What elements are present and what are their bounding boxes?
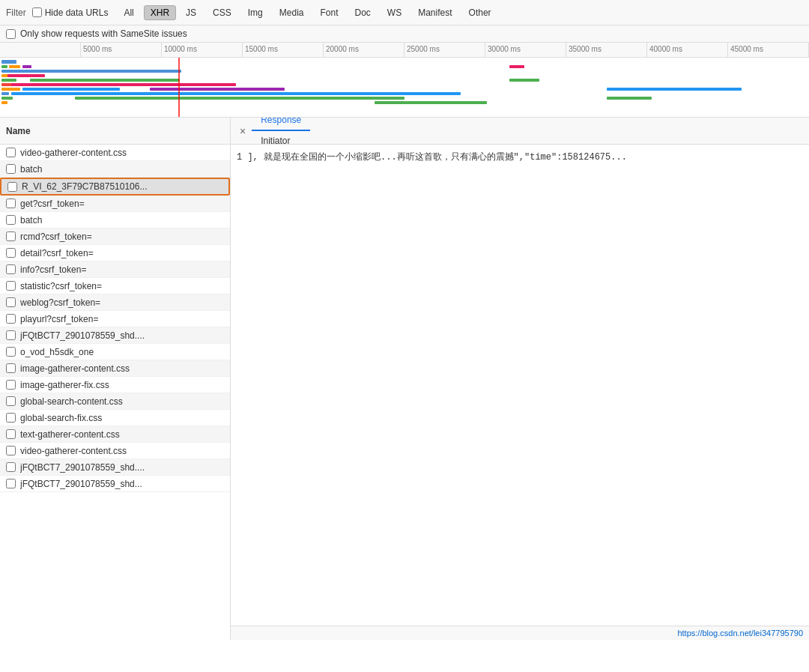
list-item[interactable]: statistic?csrf_token= — [0, 278, 230, 294]
request-name-label: global-search-content.css — [20, 396, 224, 407]
response-content: 1 ], 就是现在全国的一个小缩影吧...再听这首歌，只有满心的震撼","tim… — [231, 145, 809, 626]
request-name-label: jFQtBCT7_2901078559_shd... — [20, 479, 224, 489]
hide-data-urls-checkbox-label[interactable]: Hide data URLs — [32, 7, 109, 18]
request-name-label: detail?csrf_token= — [20, 248, 224, 258]
svg-rect-19 — [375, 101, 487, 104]
filter-type-img[interactable]: Img — [241, 5, 270, 20]
request-name-label: video-gatherer-content.css — [20, 446, 224, 456]
filter-type-xhr[interactable]: XHR — [144, 5, 176, 20]
filter-type-other[interactable]: Other — [462, 5, 498, 20]
request-name-label: batch — [20, 215, 224, 225]
svg-rect-4 — [1, 70, 181, 73]
filter-label: Filter — [6, 7, 26, 18]
svg-rect-3 — [22, 65, 31, 68]
list-item[interactable]: weblog?csrf_token= — [0, 294, 230, 311]
svg-rect-1 — [1, 65, 7, 68]
request-checkbox-8[interactable] — [6, 281, 16, 291]
timeline-area: 5000 ms10000 ms15000 ms20000 ms25000 ms3… — [0, 43, 809, 118]
svg-rect-15 — [11, 92, 461, 95]
list-item[interactable]: video-gatherer-content.css — [0, 145, 230, 161]
list-item[interactable]: batch — [0, 212, 230, 228]
ruler-tick-8: 40000 ms — [647, 43, 728, 57]
request-name-label: get?csrf_token= — [20, 199, 224, 209]
samesite-checkbox[interactable] — [6, 29, 16, 39]
list-item[interactable]: info?csrf_token= — [0, 261, 230, 278]
request-checkbox-12[interactable] — [6, 347, 16, 357]
list-item[interactable]: global-search-fix.css — [0, 410, 230, 426]
request-checkbox-4[interactable] — [6, 215, 16, 225]
hide-data-urls-label: Hide data URLs — [45, 7, 109, 18]
list-item[interactable]: image-gatherer-fix.css — [0, 377, 230, 393]
request-name-label: R_VI_62_3F79C7B87510106... — [22, 181, 222, 192]
request-checkbox-9[interactable] — [6, 297, 16, 307]
filter-type-ws[interactable]: WS — [381, 5, 408, 20]
samesite-bar: Only show requests with SameSite issues — [0, 25, 809, 43]
list-item[interactable]: jFQtBCT7_2901078559_shd.... — [0, 459, 230, 476]
request-checkbox-16[interactable] — [6, 413, 16, 423]
ruler-tick-4: 20000 ms — [324, 43, 404, 57]
request-checkbox-6[interactable] — [6, 248, 16, 258]
request-list-header: Name — [0, 118, 230, 145]
request-checkbox-18[interactable] — [6, 446, 16, 455]
request-name-label: rcmd?csrf_token= — [20, 231, 224, 242]
status-bar: https://blog.csdn.net/lei347795790 — [231, 626, 809, 640]
list-item[interactable]: image-gatherer-content.css — [0, 360, 230, 377]
ruler-tick-2: 10000 ms — [162, 43, 243, 57]
svg-rect-7 — [1, 79, 16, 82]
hide-data-urls-checkbox[interactable] — [32, 7, 42, 17]
request-name-label: jFQtBCT7_2901078559_shd.... — [20, 462, 224, 473]
list-item[interactable]: playurl?csrf_token= — [0, 311, 230, 327]
filter-type-js[interactable]: JS — [179, 5, 203, 20]
filter-type-all[interactable]: All — [117, 5, 140, 20]
request-checkbox-17[interactable] — [6, 429, 16, 439]
request-name-label: image-gatherer-fix.css — [20, 380, 224, 390]
request-checkbox-3[interactable] — [6, 199, 16, 208]
list-item[interactable]: text-gatherer-content.css — [0, 426, 230, 443]
tab-response[interactable]: Response — [252, 118, 310, 131]
filter-type-font[interactable]: Font — [313, 5, 345, 20]
request-checkbox-0[interactable] — [6, 148, 16, 157]
timeline-chart — [0, 58, 809, 118]
request-checkbox-20[interactable] — [6, 479, 16, 488]
list-item[interactable]: rcmd?csrf_token= — [0, 228, 230, 245]
request-checkbox-10[interactable] — [6, 314, 16, 324]
svg-rect-21 — [509, 79, 539, 82]
request-checkbox-13[interactable] — [6, 363, 16, 373]
filter-type-media[interactable]: Media — [273, 5, 311, 20]
status-url[interactable]: https://blog.csdn.net/lei347795790 — [677, 629, 803, 638]
svg-rect-14 — [1, 92, 9, 95]
list-item[interactable]: o_vod_h5sdk_one — [0, 344, 230, 360]
list-item[interactable]: jFQtBCT7_2901078559_shd... — [0, 476, 230, 492]
response-panel: × HeadersPreviewResponseInitiatorTimingC… — [231, 118, 809, 640]
list-item[interactable]: detail?csrf_token= — [0, 245, 230, 261]
request-checkbox-5[interactable] — [6, 231, 16, 241]
request-checkbox-11[interactable] — [6, 330, 16, 340]
request-checkbox-19[interactable] — [6, 462, 16, 472]
ruler-tick-1: 5000 ms — [81, 43, 162, 57]
svg-rect-18 — [1, 101, 7, 104]
list-item[interactable]: global-search-content.css — [0, 393, 230, 410]
request-name-label: statistic?csrf_token= — [20, 281, 224, 291]
list-item[interactable]: get?csrf_token= — [0, 196, 230, 212]
request-checkbox-14[interactable] — [6, 380, 16, 390]
request-checkbox-15[interactable] — [6, 396, 16, 406]
list-item[interactable]: batch — [0, 161, 230, 178]
request-name-label: image-gatherer-content.css — [20, 363, 224, 374]
timeline-ruler: 5000 ms10000 ms15000 ms20000 ms25000 ms3… — [0, 43, 809, 58]
filter-type-manifest[interactable]: Manifest — [411, 5, 458, 20]
request-checkbox-1[interactable] — [6, 164, 16, 174]
request-checkbox-2[interactable] — [7, 182, 17, 192]
list-item[interactable]: video-gatherer-content.css — [0, 443, 230, 459]
ruler-tick-0 — [0, 43, 81, 57]
request-checkbox-7[interactable] — [6, 264, 16, 274]
ruler-tick-6: 30000 ms — [485, 43, 566, 57]
request-name-label: o_vod_h5sdk_one — [20, 347, 224, 357]
tab-close-button[interactable]: × — [234, 122, 252, 140]
svg-rect-17 — [75, 97, 404, 100]
filter-type-css[interactable]: CSS — [206, 5, 238, 20]
response-text: 1 ], 就是现在全国的一个小缩影吧...再听这首歌，只有满心的震撼","tim… — [237, 152, 627, 163]
type-filters: AllXHRJSCSSImgMediaFontDocWSManifestOthe… — [117, 5, 497, 20]
filter-type-doc[interactable]: Doc — [348, 5, 378, 20]
list-item[interactable]: R_VI_62_3F79C7B87510106... — [0, 178, 230, 196]
list-item[interactable]: jFQtBCT7_2901078559_shd.... — [0, 327, 230, 344]
